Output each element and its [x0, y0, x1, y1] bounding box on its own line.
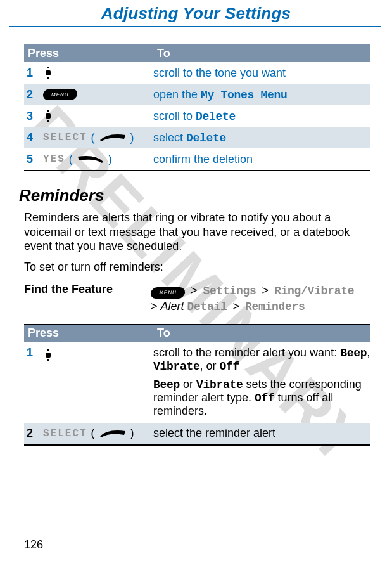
scroll-icon — [43, 65, 54, 81]
path-reminders: Reminders — [245, 301, 305, 313]
section-body-2: To set or turn off reminders: — [24, 260, 370, 275]
paren-close: ) — [130, 131, 134, 145]
breadcrumb-separator: > — [188, 284, 200, 297]
softkey-label: SELECT — [43, 132, 87, 143]
table-row: 2 SELECT ( ) select the reminder alert — [24, 423, 370, 444]
step-desc-pre: scroll to — [153, 110, 196, 122]
scroll-icon — [43, 347, 54, 363]
step-desc: scroll to the tone you want — [153, 67, 370, 80]
path-settings: Settings — [203, 285, 256, 297]
opt-off: Off — [255, 392, 275, 404]
step-desc-mono: Delete — [186, 132, 226, 145]
path-detail: Detail — [187, 301, 227, 313]
page-number: 126 — [24, 538, 43, 552]
table-row: 1 scroll to the reminder alert you want:… — [24, 342, 370, 423]
step-number: 3 — [24, 110, 43, 123]
table-row: 1 scroll to the tone you want — [24, 62, 370, 84]
menu-key-icon: MENU — [150, 287, 186, 299]
table-row: 2 MENU open the My Tones Menu — [24, 84, 370, 105]
paren-open: ( — [91, 131, 95, 145]
paren-close: ) — [130, 427, 134, 440]
opt-beep: Beep — [153, 379, 180, 391]
steps-table-1: Press To 1 scroll to the tone you want 2… — [24, 44, 370, 171]
find-path: MENU > Settings > Ring/Vibrate > Alert D… — [151, 283, 370, 315]
section-heading-reminders: Reminders — [19, 186, 370, 205]
step-number: 4 — [24, 131, 43, 145]
step-desc: scroll to the reminder alert you want: B… — [153, 346, 370, 418]
step-desc: select the reminder alert — [153, 427, 370, 440]
path-ring-vibrate: Ring/Vibrate — [274, 285, 354, 297]
step-desc-mono: Delete — [196, 110, 236, 123]
softkey-label: YES — [43, 153, 65, 165]
steps-table-2: Press To 1 scroll to the reminder alert … — [24, 324, 370, 446]
right-softkey-icon — [99, 429, 127, 439]
step-desc-mono: My Tones Menu — [201, 89, 288, 101]
step-desc: select Delete — [153, 131, 370, 145]
table-row: 4 SELECT ( ) select Delete — [24, 127, 370, 148]
step-number: 1 — [24, 346, 43, 359]
softkey-label: SELECT — [43, 428, 87, 439]
path-alert: Alert — [161, 300, 184, 313]
breadcrumb-separator: > — [260, 284, 272, 297]
paren-open: ( — [69, 153, 73, 166]
menu-key-icon: MENU — [42, 89, 79, 100]
table-row: 5 YES ( ) confirm the deletion — [24, 148, 370, 170]
table-header: Press To — [24, 44, 370, 62]
paren-close: ) — [108, 153, 112, 166]
page-header: Adjusting Your Settings — [0, 0, 392, 30]
opt-off: Off — [220, 360, 240, 373]
breadcrumb-separator: > — [231, 300, 243, 313]
table-row: 3 scroll to Delete — [24, 105, 370, 127]
step-number: 1 — [24, 67, 43, 80]
step-desc: open the My Tones Menu — [153, 88, 370, 101]
page-title: Adjusting Your Settings — [0, 4, 392, 23]
scroll-icon — [43, 108, 54, 124]
table-header: Press To — [24, 325, 370, 342]
col-header-to: To — [155, 327, 170, 340]
step-number: 2 — [24, 88, 43, 101]
opt-vibrate: Vibrate — [196, 379, 243, 391]
header-rule — [9, 26, 381, 27]
paren-open: ( — [91, 427, 95, 440]
step-number: 2 — [24, 427, 43, 440]
step-desc-pre: select — [153, 131, 186, 144]
find-the-feature: Find the Feature MENU > Settings > Ring/… — [24, 283, 370, 315]
left-softkey-icon — [77, 154, 104, 164]
find-label: Find the Feature — [24, 283, 151, 315]
opt-vibrate: Vibrate — [153, 360, 200, 373]
col-header-press: Press — [24, 327, 155, 340]
opt-beep: Beep — [340, 347, 367, 359]
step-desc: scroll to Delete — [153, 110, 370, 123]
col-header-to: To — [155, 47, 170, 60]
section-body-1: Reminders are alerts that ring or vibrat… — [24, 210, 370, 254]
step-desc: confirm the deletion — [153, 153, 370, 166]
step-desc-pre: open the — [153, 88, 201, 101]
desc-text: scroll to the reminder alert you want: — [153, 346, 340, 359]
col-header-press: Press — [24, 47, 155, 60]
right-softkey-icon — [99, 133, 127, 143]
step-number: 5 — [24, 153, 43, 166]
